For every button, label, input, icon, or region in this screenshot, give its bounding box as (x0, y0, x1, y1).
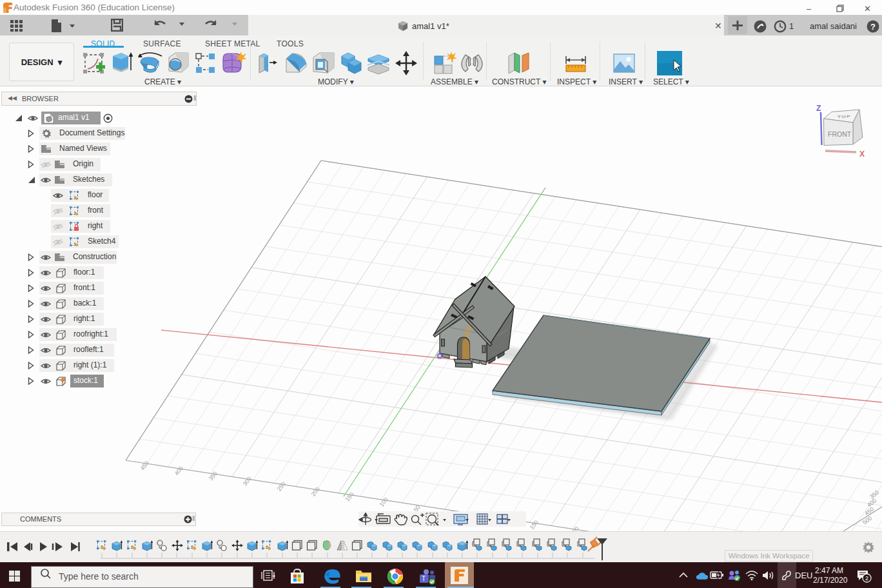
svg-text:TOP: TOP (837, 114, 851, 119)
svg-text:100: 100 (378, 496, 389, 508)
svg-text:150: 150 (529, 519, 540, 531)
svg-text:Z: Z (816, 104, 821, 113)
svg-text:400: 400 (173, 465, 184, 476)
svg-text:X: X (859, 150, 865, 159)
svg-text:?: ? (870, 22, 876, 32)
svg-text:200: 200 (569, 525, 580, 531)
svg-text:FRONT: FRONT (828, 130, 852, 138)
svg-text:500: 500 (861, 514, 873, 525)
svg-text:2: 2 (865, 575, 868, 582)
svg-text:300: 300 (242, 475, 253, 487)
svg-text:T: T (422, 575, 426, 582)
svg-text:350: 350 (208, 470, 219, 482)
svg-text:250: 250 (276, 480, 287, 492)
svg-text:200: 200 (310, 486, 321, 498)
